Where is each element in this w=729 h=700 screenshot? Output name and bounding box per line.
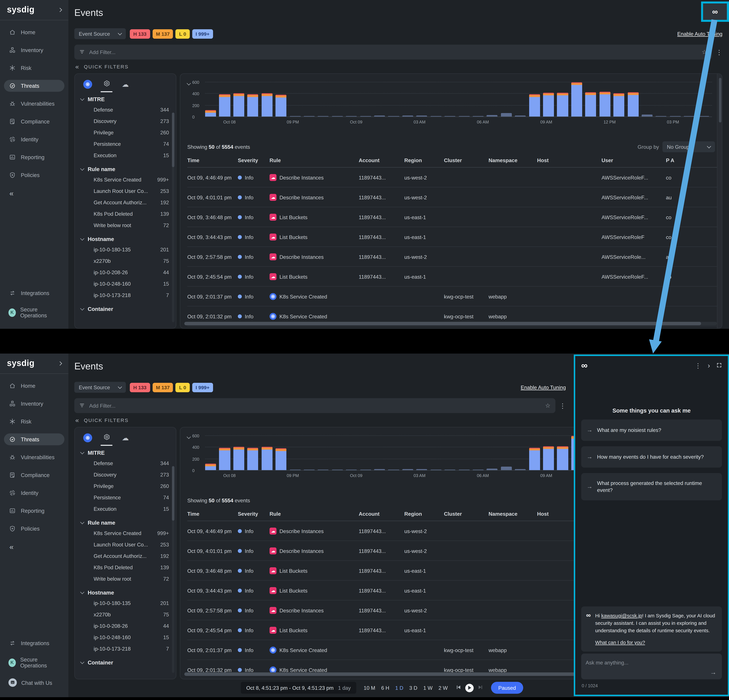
chart-bar[interactable] [571, 83, 582, 116]
event-source-select[interactable]: Event Source [74, 382, 126, 393]
sidebar-collapse-button[interactable]: « [9, 543, 68, 551]
sage-collapse-icon[interactable]: › [708, 362, 710, 369]
filter-item[interactable]: ip-10-0-208-2644 [81, 266, 172, 278]
paused-button[interactable]: Paused [491, 682, 523, 694]
add-filter-input[interactable]: Add Filter... ☆ [74, 398, 555, 413]
sidebar-item-home[interactable]: Home [4, 380, 64, 392]
column-header[interactable]: User [601, 157, 666, 163]
sidebar-item-risk[interactable]: Risk [4, 416, 64, 428]
table-row[interactable]: Oct 09, 2:45:54 pmInfo☁List Buckets11897… [187, 267, 717, 287]
table-row[interactable]: Oct 09, 3:46:48 pmInfo☁List Buckets11897… [187, 207, 717, 227]
sidebar-item-threats[interactable]: Threats [4, 80, 64, 92]
severity-chip[interactable]: H 133 [130, 383, 150, 392]
chart-bar[interactable] [529, 94, 540, 117]
sidebar-item-secure-operations[interactable]: KSecure Operations [4, 304, 64, 321]
chart-bar[interactable] [642, 115, 652, 116]
filter-item[interactable]: Write below root72 [81, 219, 172, 231]
more-options-icon[interactable]: ⋮ [716, 49, 722, 55]
sidebar-item-policies[interactable]: Policies [4, 522, 64, 534]
sidebar-item-vulnerabilities[interactable]: Vulnerabilities [4, 98, 64, 109]
filter-item[interactable]: Launch Root User Co...253 [81, 538, 172, 550]
sidebar-item-threats[interactable]: Threats [4, 434, 64, 445]
sidebar-expand-icon[interactable] [58, 8, 62, 12]
severity-chip[interactable]: H 133 [130, 29, 150, 38]
sidebar-item-compliance[interactable]: Compliance [4, 469, 64, 481]
table-row[interactable]: Oct 09, 2:01:37 pmInfoK8s Service Create… [187, 287, 717, 306]
sidebar-item-compliance[interactable]: Compliance [4, 115, 64, 127]
quick-filters-scrollbar[interactable] [172, 112, 174, 322]
chart-bar[interactable] [416, 115, 427, 116]
sage-suggestion[interactable]: →What process generated the selected run… [581, 473, 722, 500]
vertical-scrollbar[interactable] [717, 74, 722, 328]
chart-collapse-icon[interactable] [187, 435, 191, 439]
sage-suggestion[interactable]: →How many events do I have for each seve… [581, 446, 722, 467]
filter-item[interactable]: Execution15 [81, 149, 172, 161]
chart-bar[interactable] [613, 93, 624, 116]
filter-item[interactable]: Persistence74 [81, 491, 172, 503]
column-header[interactable]: Time [187, 157, 238, 163]
column-header[interactable]: Cluster [444, 157, 488, 163]
filter-item[interactable]: ip-10-0-173-2187 [81, 643, 172, 654]
chart-bar[interactable] [261, 93, 272, 116]
severity-chip[interactable]: I 999+ [192, 29, 213, 38]
chart-bar[interactable] [233, 447, 244, 470]
filter-section-mitre[interactable]: MITRE [81, 95, 172, 103]
send-icon[interactable]: → [710, 668, 716, 676]
filter-section-container[interactable]: Container [81, 658, 172, 667]
what-can-i-do-link[interactable]: What can I do for you? [595, 639, 645, 646]
column-header[interactable]: Severity [238, 157, 270, 163]
quick-filters-scrollbar[interactable] [172, 466, 174, 673]
chart-bar[interactable] [627, 92, 639, 116]
filter-item[interactable]: ip-10-0-248-16015 [81, 631, 172, 643]
source-tab-kubernetes[interactable] [83, 434, 92, 442]
sidebar-item-policies[interactable]: Policies [4, 169, 64, 181]
filter-item[interactable]: Write below root72 [81, 573, 172, 584]
chart-bar[interactable] [599, 92, 610, 116]
chart-bar[interactable] [487, 469, 498, 470]
sidebar-collapse-button[interactable]: « [9, 189, 68, 197]
chart-bar[interactable] [487, 115, 498, 116]
severity-chip[interactable]: L 0 [176, 29, 190, 38]
filter-item[interactable]: K8s Service Created999+ [81, 173, 172, 185]
filter-item[interactable]: Get Account Authoriz...192 [81, 550, 172, 561]
chart-collapse-icon[interactable] [187, 81, 191, 85]
time-shortcut[interactable]: 3 D [409, 685, 417, 691]
filter-item[interactable]: x2270b75 [81, 255, 172, 266]
sidebar-item-reporting[interactable]: Reporting [4, 505, 64, 517]
filter-item[interactable]: Get Account Authoriz...192 [81, 196, 172, 208]
sage-input[interactable]: Ask me anything... → [581, 653, 722, 679]
chart-bar[interactable] [557, 446, 568, 470]
chart-bar[interactable] [501, 467, 512, 470]
column-header[interactable]: Cluster [444, 511, 488, 517]
sidebar-item-integrations[interactable]: Integrations [4, 287, 64, 299]
user-email-link[interactable]: kawasugi@scsk.jp [601, 613, 642, 619]
source-tab-cloud[interactable]: ☁ [121, 434, 130, 442]
filter-item[interactable]: ip-10-0-173-2187 [81, 289, 172, 300]
sidebar-item-integrations[interactable]: Integrations [4, 637, 64, 649]
sidebar-item-identity[interactable]: Identity [4, 487, 64, 499]
sidebar-item-reporting[interactable]: Reporting [4, 151, 64, 163]
column-header[interactable]: Time [187, 511, 238, 517]
sidebar-item-risk[interactable]: Risk [4, 62, 64, 74]
filter-item[interactable]: Launch Root User Co...253 [81, 185, 172, 196]
table-row[interactable]: Oct 09, 4:01:01 pmInfo☁Describe Instance… [187, 188, 717, 207]
filter-item[interactable]: Privilege260 [81, 127, 172, 138]
sidebar-item-inventory[interactable]: Inventory [4, 398, 64, 410]
chart-bar[interactable] [501, 113, 512, 116]
enable-auto-tuning-link[interactable]: Enable Auto Tuning [677, 31, 722, 37]
chart-bar[interactable] [276, 95, 286, 116]
filter-item[interactable]: K8s Pod Deleted139 [81, 561, 172, 573]
favorite-icon[interactable]: ☆ [702, 49, 707, 55]
collapse-quick-filters-icon[interactable]: « [75, 416, 79, 424]
sage-expand-icon[interactable] [716, 361, 722, 370]
sage-menu-icon[interactable]: ⋮ [695, 362, 701, 369]
play-icon[interactable] [465, 684, 473, 692]
add-filter-input[interactable]: Add Filter... ☆ [74, 45, 712, 60]
chart-bar[interactable] [416, 469, 427, 470]
event-source-select[interactable]: Event Source [74, 28, 126, 39]
table-row[interactable]: Oct 09, 2:57:58 pmInfo☁Describe Instance… [187, 247, 717, 267]
more-options-icon[interactable]: ⋮ [559, 403, 566, 409]
sage-suggestion[interactable]: →What are my noisiest rules? [581, 419, 722, 441]
filter-item[interactable]: K8s Pod Deleted139 [81, 208, 172, 219]
chart-bar[interactable] [529, 448, 540, 470]
